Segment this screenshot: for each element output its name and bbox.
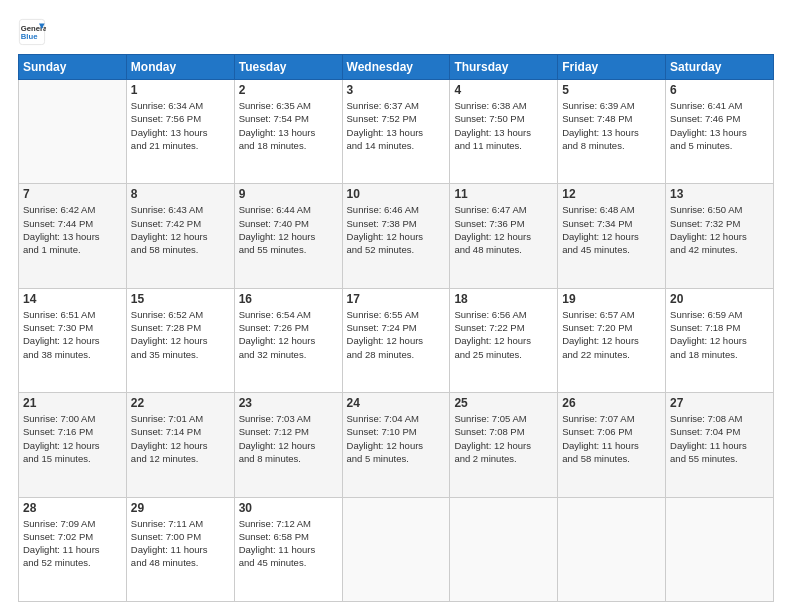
cell-daylight-info: Sunrise: 7:03 AMSunset: 7:12 PMDaylight:… [239, 412, 338, 465]
calendar-cell: 7Sunrise: 6:42 AMSunset: 7:44 PMDaylight… [19, 184, 127, 288]
calendar-cell: 20Sunrise: 6:59 AMSunset: 7:18 PMDayligh… [666, 288, 774, 392]
calendar-cell: 9Sunrise: 6:44 AMSunset: 7:40 PMDaylight… [234, 184, 342, 288]
day-number: 26 [562, 396, 661, 410]
weekday-header-saturday: Saturday [666, 55, 774, 80]
cell-daylight-info: Sunrise: 7:07 AMSunset: 7:06 PMDaylight:… [562, 412, 661, 465]
calendar-week-row: 14Sunrise: 6:51 AMSunset: 7:30 PMDayligh… [19, 288, 774, 392]
calendar-cell: 27Sunrise: 7:08 AMSunset: 7:04 PMDayligh… [666, 393, 774, 497]
cell-daylight-info: Sunrise: 6:38 AMSunset: 7:50 PMDaylight:… [454, 99, 553, 152]
logo-icon: General Blue [18, 18, 46, 46]
calendar-cell: 14Sunrise: 6:51 AMSunset: 7:30 PMDayligh… [19, 288, 127, 392]
cell-daylight-info: Sunrise: 6:37 AMSunset: 7:52 PMDaylight:… [347, 99, 446, 152]
day-number: 13 [670, 187, 769, 201]
cell-daylight-info: Sunrise: 6:56 AMSunset: 7:22 PMDaylight:… [454, 308, 553, 361]
day-number: 15 [131, 292, 230, 306]
cell-daylight-info: Sunrise: 7:11 AMSunset: 7:00 PMDaylight:… [131, 517, 230, 570]
day-number: 12 [562, 187, 661, 201]
calendar-cell: 1Sunrise: 6:34 AMSunset: 7:56 PMDaylight… [126, 80, 234, 184]
calendar-cell: 6Sunrise: 6:41 AMSunset: 7:46 PMDaylight… [666, 80, 774, 184]
day-number: 1 [131, 83, 230, 97]
cell-daylight-info: Sunrise: 6:43 AMSunset: 7:42 PMDaylight:… [131, 203, 230, 256]
cell-daylight-info: Sunrise: 6:54 AMSunset: 7:26 PMDaylight:… [239, 308, 338, 361]
cell-daylight-info: Sunrise: 6:41 AMSunset: 7:46 PMDaylight:… [670, 99, 769, 152]
day-number: 2 [239, 83, 338, 97]
page: General Blue SundayMondayTuesdayWednesda… [0, 0, 792, 612]
calendar-cell: 4Sunrise: 6:38 AMSunset: 7:50 PMDaylight… [450, 80, 558, 184]
cell-daylight-info: Sunrise: 7:09 AMSunset: 7:02 PMDaylight:… [23, 517, 122, 570]
cell-daylight-info: Sunrise: 6:46 AMSunset: 7:38 PMDaylight:… [347, 203, 446, 256]
day-number: 17 [347, 292, 446, 306]
day-number: 29 [131, 501, 230, 515]
calendar-cell: 22Sunrise: 7:01 AMSunset: 7:14 PMDayligh… [126, 393, 234, 497]
header: General Blue [18, 18, 774, 46]
cell-daylight-info: Sunrise: 6:48 AMSunset: 7:34 PMDaylight:… [562, 203, 661, 256]
cell-daylight-info: Sunrise: 6:34 AMSunset: 7:56 PMDaylight:… [131, 99, 230, 152]
cell-daylight-info: Sunrise: 6:47 AMSunset: 7:36 PMDaylight:… [454, 203, 553, 256]
day-number: 16 [239, 292, 338, 306]
weekday-header-sunday: Sunday [19, 55, 127, 80]
cell-daylight-info: Sunrise: 7:04 AMSunset: 7:10 PMDaylight:… [347, 412, 446, 465]
day-number: 19 [562, 292, 661, 306]
day-number: 28 [23, 501, 122, 515]
calendar-week-row: 28Sunrise: 7:09 AMSunset: 7:02 PMDayligh… [19, 497, 774, 601]
cell-daylight-info: Sunrise: 6:55 AMSunset: 7:24 PMDaylight:… [347, 308, 446, 361]
day-number: 22 [131, 396, 230, 410]
weekday-header-tuesday: Tuesday [234, 55, 342, 80]
cell-daylight-info: Sunrise: 7:05 AMSunset: 7:08 PMDaylight:… [454, 412, 553, 465]
calendar-cell: 2Sunrise: 6:35 AMSunset: 7:54 PMDaylight… [234, 80, 342, 184]
day-number: 30 [239, 501, 338, 515]
calendar-cell [19, 80, 127, 184]
cell-daylight-info: Sunrise: 6:59 AMSunset: 7:18 PMDaylight:… [670, 308, 769, 361]
calendar-cell: 10Sunrise: 6:46 AMSunset: 7:38 PMDayligh… [342, 184, 450, 288]
day-number: 23 [239, 396, 338, 410]
calendar-week-row: 7Sunrise: 6:42 AMSunset: 7:44 PMDaylight… [19, 184, 774, 288]
day-number: 27 [670, 396, 769, 410]
cell-daylight-info: Sunrise: 6:39 AMSunset: 7:48 PMDaylight:… [562, 99, 661, 152]
calendar-cell [342, 497, 450, 601]
day-number: 6 [670, 83, 769, 97]
calendar-cell: 30Sunrise: 7:12 AMSunset: 6:58 PMDayligh… [234, 497, 342, 601]
weekday-header-thursday: Thursday [450, 55, 558, 80]
day-number: 25 [454, 396, 553, 410]
cell-daylight-info: Sunrise: 6:44 AMSunset: 7:40 PMDaylight:… [239, 203, 338, 256]
day-number: 21 [23, 396, 122, 410]
calendar-cell: 26Sunrise: 7:07 AMSunset: 7:06 PMDayligh… [558, 393, 666, 497]
calendar-week-row: 1Sunrise: 6:34 AMSunset: 7:56 PMDaylight… [19, 80, 774, 184]
calendar-cell: 21Sunrise: 7:00 AMSunset: 7:16 PMDayligh… [19, 393, 127, 497]
calendar-cell: 3Sunrise: 6:37 AMSunset: 7:52 PMDaylight… [342, 80, 450, 184]
calendar-cell: 19Sunrise: 6:57 AMSunset: 7:20 PMDayligh… [558, 288, 666, 392]
calendar-cell [666, 497, 774, 601]
svg-text:Blue: Blue [21, 32, 38, 41]
calendar-cell: 18Sunrise: 6:56 AMSunset: 7:22 PMDayligh… [450, 288, 558, 392]
cell-daylight-info: Sunrise: 7:08 AMSunset: 7:04 PMDaylight:… [670, 412, 769, 465]
day-number: 24 [347, 396, 446, 410]
calendar-cell: 28Sunrise: 7:09 AMSunset: 7:02 PMDayligh… [19, 497, 127, 601]
day-number: 18 [454, 292, 553, 306]
cell-daylight-info: Sunrise: 6:51 AMSunset: 7:30 PMDaylight:… [23, 308, 122, 361]
calendar-cell: 12Sunrise: 6:48 AMSunset: 7:34 PMDayligh… [558, 184, 666, 288]
calendar-cell: 5Sunrise: 6:39 AMSunset: 7:48 PMDaylight… [558, 80, 666, 184]
cell-daylight-info: Sunrise: 6:42 AMSunset: 7:44 PMDaylight:… [23, 203, 122, 256]
day-number: 4 [454, 83, 553, 97]
calendar-cell: 24Sunrise: 7:04 AMSunset: 7:10 PMDayligh… [342, 393, 450, 497]
cell-daylight-info: Sunrise: 6:35 AMSunset: 7:54 PMDaylight:… [239, 99, 338, 152]
calendar-cell: 8Sunrise: 6:43 AMSunset: 7:42 PMDaylight… [126, 184, 234, 288]
day-number: 3 [347, 83, 446, 97]
weekday-header-row: SundayMondayTuesdayWednesdayThursdayFrid… [19, 55, 774, 80]
calendar-cell: 13Sunrise: 6:50 AMSunset: 7:32 PMDayligh… [666, 184, 774, 288]
day-number: 14 [23, 292, 122, 306]
calendar-cell [450, 497, 558, 601]
calendar-cell: 11Sunrise: 6:47 AMSunset: 7:36 PMDayligh… [450, 184, 558, 288]
cell-daylight-info: Sunrise: 6:52 AMSunset: 7:28 PMDaylight:… [131, 308, 230, 361]
cell-daylight-info: Sunrise: 7:12 AMSunset: 6:58 PMDaylight:… [239, 517, 338, 570]
calendar-cell [558, 497, 666, 601]
cell-daylight-info: Sunrise: 7:00 AMSunset: 7:16 PMDaylight:… [23, 412, 122, 465]
day-number: 20 [670, 292, 769, 306]
cell-daylight-info: Sunrise: 6:57 AMSunset: 7:20 PMDaylight:… [562, 308, 661, 361]
calendar-table: SundayMondayTuesdayWednesdayThursdayFrid… [18, 54, 774, 602]
day-number: 11 [454, 187, 553, 201]
calendar-cell: 25Sunrise: 7:05 AMSunset: 7:08 PMDayligh… [450, 393, 558, 497]
cell-daylight-info: Sunrise: 6:50 AMSunset: 7:32 PMDaylight:… [670, 203, 769, 256]
day-number: 8 [131, 187, 230, 201]
logo: General Blue [18, 18, 46, 46]
